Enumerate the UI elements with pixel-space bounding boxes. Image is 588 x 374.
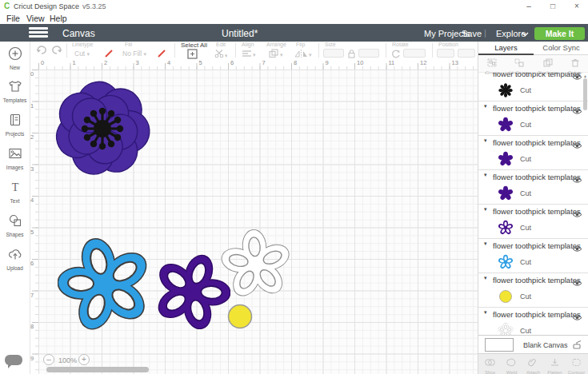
flip-dropdown-icon[interactable]: ▾ (294, 49, 314, 58)
horizontal-scrollbar[interactable] (46, 367, 149, 372)
chevron-down-icon[interactable]: ▾ (484, 241, 487, 247)
layer-item[interactable]: Cut (478, 115, 588, 135)
position-y-input[interactable] (458, 49, 475, 58)
linetype-pen-icon[interactable] (104, 49, 114, 58)
anemone-flower-shape[interactable] (48, 80, 157, 177)
edit-icon[interactable]: ▾ (214, 49, 227, 58)
menu-view[interactable]: View (26, 14, 45, 23)
sidebar-item-images[interactable]: Images (0, 146, 30, 170)
contour-icon (571, 358, 582, 367)
blue-flower-shape[interactable] (58, 237, 152, 332)
chevron-down-icon[interactable]: ▾ (484, 172, 487, 178)
position-x-input[interactable] (437, 49, 454, 58)
arrange-dropdown-icon[interactable]: ▾ (269, 49, 286, 58)
fill-pen-icon[interactable] (157, 49, 167, 58)
layers-scrollbar[interactable] (583, 78, 587, 110)
layer-group-title: flower toothpick templates (493, 173, 581, 181)
minimize-button[interactable]: – (522, 1, 536, 11)
ruler-number: 1 (73, 59, 76, 66)
attach-button[interactable]: Attach (522, 356, 544, 374)
layer-group-title: flower toothpick templates (493, 241, 581, 250)
zoom-in-button[interactable]: + (78, 354, 90, 365)
size-height-input[interactable] (358, 49, 379, 58)
close-button[interactable]: × (570, 1, 584, 11)
make-it-button[interactable]: Make It (534, 27, 585, 40)
layers-list: ▾ flower toothpick templates Cut ▾ flowe… (478, 73, 588, 335)
feedback-bubble-icon[interactable] (5, 355, 22, 365)
edit-label[interactable]: Edit (216, 42, 226, 47)
duplicate-icon (543, 58, 553, 67)
yellow-circle-shape[interactable] (227, 304, 253, 329)
select-all-icon[interactable] (187, 49, 198, 59)
layer-item[interactable]: Cut (478, 81, 588, 101)
ruler-number: 6 (230, 59, 234, 66)
white-flower-shape[interactable] (221, 229, 291, 300)
chevron-down-icon[interactable]: ▾ (484, 137, 487, 144)
ruler-number: 8 (30, 323, 34, 330)
layer-item[interactable]: Cut (478, 321, 588, 335)
canvas-settings-icon[interactable] (572, 340, 582, 350)
layer-group: ▾ flower toothpick templates Cut (478, 273, 588, 307)
contour-button[interactable]: Contour (566, 356, 587, 374)
blank-canvas-row: Blank Canvas (478, 335, 588, 353)
svg-text:▾: ▾ (280, 52, 283, 58)
hamburger-menu-icon[interactable] (29, 27, 48, 38)
rotate-icon[interactable] (390, 49, 401, 58)
sidebar-item-projects[interactable]: Projects (0, 113, 30, 137)
layer-group-header[interactable]: ▾ flower toothpick templates (478, 308, 588, 321)
align-dropdown-icon[interactable]: ▾ (242, 50, 258, 58)
layer-group-header[interactable]: ▾ flower toothpick templates (478, 205, 588, 218)
images-icon (8, 146, 22, 161)
rotate-input[interactable] (403, 49, 426, 58)
layer-item[interactable]: Cut (478, 253, 588, 273)
sidebar-item-text[interactable]: T Text (0, 180, 30, 204)
layer-group-header[interactable]: ▾ flower toothpick templates (478, 101, 588, 115)
undo-icon[interactable] (35, 45, 47, 55)
layer-group: ▾ flower toothpick templates Cut (478, 204, 588, 238)
layer-actions-bar: Group UnGroup Duplicate Delete (478, 55, 588, 73)
sidebar-item-new[interactable]: New (0, 46, 30, 70)
layer-group-header[interactable]: ▾ flower toothpick templates (478, 239, 588, 253)
flatten-button[interactable]: Flatten (544, 356, 566, 374)
sidebar-item-shapes[interactable]: Shapes (0, 213, 30, 237)
chevron-down-icon[interactable]: ▾ (484, 206, 487, 213)
save-link[interactable]: Save (462, 29, 482, 38)
chevron-down-icon[interactable]: ▾ (484, 275, 487, 281)
layer-item[interactable]: Cut (478, 287, 588, 307)
slice-icon (485, 358, 495, 367)
layer-group-header[interactable]: ▾ flower toothpick templates (478, 170, 588, 184)
tab-color-sync[interactable]: Color Sync (534, 42, 588, 55)
document-title[interactable]: Untitled* (222, 28, 258, 39)
sidebar-item-templates[interactable]: Templates (0, 79, 30, 103)
layer-item-label: Cut (520, 155, 531, 163)
chevron-down-icon[interactable]: ▾ (484, 103, 487, 109)
layer-group-header[interactable]: ▾ flower toothpick templates (478, 73, 588, 81)
layer-item[interactable]: Cut (478, 149, 588, 169)
chevron-down-icon[interactable]: ▾ (484, 73, 487, 75)
layer-item[interactable]: Cut (478, 184, 588, 204)
size-width-input[interactable] (323, 49, 344, 58)
maximize-button[interactable]: □ (546, 1, 560, 11)
layer-group-header[interactable]: ▾ flower toothpick templates (478, 136, 588, 149)
design-canvas[interactable] (38, 70, 478, 374)
menu-help[interactable]: Help (50, 14, 67, 23)
fill-select[interactable]: No Fill ▾ (122, 50, 146, 58)
blank-canvas-thumbnail[interactable] (485, 338, 514, 352)
tab-layers[interactable]: Layers (478, 42, 534, 55)
redo-icon[interactable] (51, 45, 63, 55)
menu-file[interactable]: File (6, 14, 20, 23)
select-all-label[interactable]: Select All (181, 42, 207, 49)
purple-flower-shape[interactable] (154, 253, 230, 330)
layer-item[interactable]: Cut (478, 218, 588, 238)
linetype-select[interactable]: Cut ▾ (74, 50, 90, 58)
layer-group-header[interactable]: ▾ flower toothpick templates (478, 273, 588, 287)
layer-item-label: Cut (520, 224, 531, 232)
layers-panel: Layers Color Sync Group UnGroup Duplicat… (478, 42, 588, 374)
weld-button[interactable]: Weld (501, 356, 522, 374)
ruler-number: 4 (30, 197, 34, 204)
chevron-down-icon[interactable]: ▾ (484, 309, 487, 316)
sidebar-item-upload[interactable]: Upload (0, 247, 30, 271)
lock-icon[interactable] (347, 49, 356, 58)
slice-button[interactable]: Slice (479, 356, 501, 374)
zoom-out-button[interactable]: – (43, 354, 54, 365)
